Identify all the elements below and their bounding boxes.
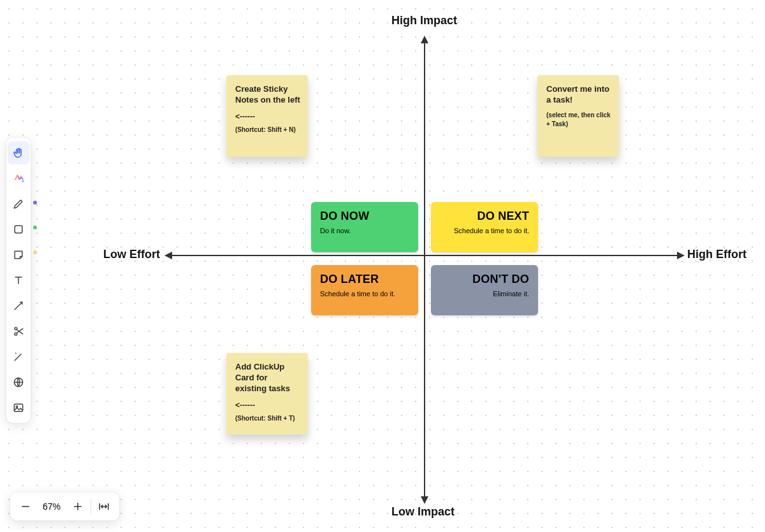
arrow-left-icon <box>164 252 172 259</box>
quadrant-dont-do[interactable]: DON'T DO Eliminate it. <box>431 265 538 315</box>
quadrant-do-later[interactable]: DO LATER Schedule a time to do it. <box>311 265 418 315</box>
sticky-title: Convert me into a task! <box>546 84 611 106</box>
quadrant-title: DO LATER <box>320 273 409 286</box>
quadrant-subtitle: Schedule a time to do it. <box>440 227 529 234</box>
text-tool[interactable] <box>8 269 29 292</box>
sticky-title: Create Sticky Notes on the left <box>235 84 300 106</box>
sticky-subtitle: (Shortcut: Shift + N) <box>235 126 300 133</box>
quadrant-subtitle: Do it now. <box>320 227 409 234</box>
quadrant-title: DO NOW <box>320 210 409 223</box>
ai-icon: + <box>12 172 25 185</box>
axis-label-right: High Effort <box>687 248 747 261</box>
arrow-up-icon <box>421 36 428 43</box>
sticky-subtitle: (select me, then click + Task) <box>546 111 611 129</box>
axis-label-bottom: Low Impact <box>391 505 455 519</box>
axis-horizontal <box>172 255 678 256</box>
hand-icon <box>12 147 25 159</box>
sparkle-tool[interactable] <box>8 345 29 368</box>
svg-rect-5 <box>14 404 22 412</box>
axis-label-left: Low Effort <box>103 248 160 261</box>
svg-point-6 <box>16 406 18 408</box>
web-tool[interactable] <box>8 371 29 394</box>
scissors-icon <box>12 325 25 338</box>
zoom-level[interactable]: 67% <box>37 501 66 512</box>
scissors-tool[interactable] <box>8 320 29 343</box>
note-tool[interactable] <box>8 243 29 266</box>
fit-width-icon <box>98 501 110 512</box>
sticky-note[interactable]: Add ClickUp Card for existing tasks <---… <box>226 353 308 435</box>
tool-color-dot <box>33 201 37 205</box>
minus-icon <box>20 501 31 512</box>
left-toolbar: + <box>6 138 31 423</box>
globe-icon <box>12 376 25 389</box>
pen-icon <box>12 198 25 210</box>
sticky-note[interactable]: Convert me into a task! (select me, then… <box>537 75 619 157</box>
plus-icon <box>72 501 84 512</box>
quadrant-do-now[interactable]: DO NOW Do it now. <box>311 202 418 252</box>
whiteboard-canvas[interactable]: High Impact Low Impact Low Effort High E… <box>0 0 765 532</box>
hand-tool[interactable] <box>8 141 29 164</box>
tool-color-dot <box>33 226 37 229</box>
zoom-out-button[interactable] <box>14 495 37 518</box>
fit-width-button[interactable] <box>92 495 115 518</box>
quadrant-subtitle: Schedule a time to do it. <box>320 290 409 298</box>
axis-vertical <box>424 43 425 497</box>
shape-tool[interactable] <box>8 218 29 241</box>
ai-tool[interactable]: + <box>8 167 29 190</box>
svg-text:+: + <box>22 178 25 184</box>
arrow-right-icon <box>677 252 685 259</box>
divider <box>91 498 91 515</box>
zoom-in-button[interactable] <box>66 495 89 518</box>
square-icon <box>12 223 25 236</box>
image-tool[interactable] <box>8 396 29 419</box>
sticky-title: Add ClickUp Card for existing tasks <box>235 362 300 394</box>
zoom-control: 67% <box>10 492 119 521</box>
svg-rect-1 <box>15 226 22 233</box>
sparkle-icon <box>12 350 25 363</box>
axis-label-top: High Impact <box>391 14 457 27</box>
image-icon <box>12 401 25 414</box>
quadrant-title: DON'T DO <box>440 273 529 286</box>
sticky-subtitle: (Shortcut: Shift + T) <box>235 415 300 422</box>
text-icon <box>12 274 25 287</box>
arrow-down-icon <box>421 496 428 504</box>
connector-icon <box>12 299 25 312</box>
quadrant-title: DO NEXT <box>440 210 529 223</box>
connector-tool[interactable] <box>8 294 29 317</box>
sticky-arrow: <------ <box>235 112 300 121</box>
tool-color-dot <box>33 250 37 254</box>
quadrant-subtitle: Eliminate it. <box>440 290 529 298</box>
sticky-arrow: <------ <box>235 401 300 410</box>
sticky-note-icon <box>12 248 25 261</box>
sticky-note[interactable]: Create Sticky Notes on the left <------ … <box>226 75 308 157</box>
pen-tool[interactable] <box>8 192 29 215</box>
quadrant-do-next[interactable]: DO NEXT Schedule a time to do it. <box>431 202 538 252</box>
